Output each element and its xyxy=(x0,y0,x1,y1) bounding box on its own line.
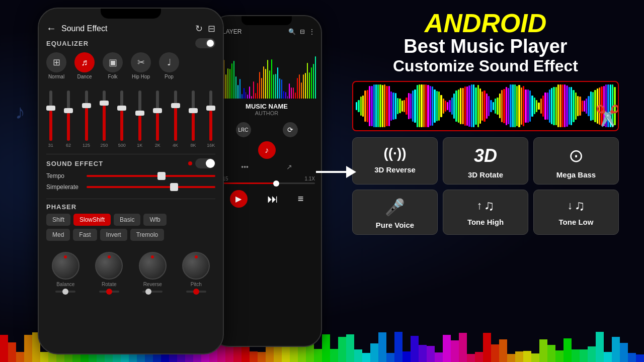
music-name: MUSIC NAME xyxy=(216,103,317,110)
phaser-med[interactable]: Med xyxy=(46,229,70,241)
eq-track-500[interactable] xyxy=(120,90,123,141)
sound-effect-toggle[interactable] xyxy=(195,158,215,168)
favorite-btn[interactable]: ♪ xyxy=(258,141,276,159)
tempo-track[interactable] xyxy=(87,175,215,177)
phaser-basic[interactable]: Basic xyxy=(114,214,140,226)
rotate-knob[interactable] xyxy=(95,252,123,280)
phone2-notch xyxy=(242,16,292,25)
eq-track-1K[interactable] xyxy=(138,90,141,141)
eq-track-62[interactable] xyxy=(67,90,70,141)
save-icon[interactable]: ⊟ xyxy=(208,23,215,34)
sound-effect-section: SOUND EFFECT Tempo Simpelerate xyxy=(39,156,223,197)
eq-thumb-2K[interactable] xyxy=(153,108,162,113)
eq-track-8K[interactable] xyxy=(192,90,195,141)
eq-thumb-125[interactable] xyxy=(82,103,91,108)
eq-fill-1K xyxy=(138,116,141,141)
eq-track-4K[interactable] xyxy=(174,90,177,141)
more-icon[interactable]: ⋮ xyxy=(309,28,315,35)
player-controls: ▶ ⏭ ≡ xyxy=(212,186,321,212)
eq-bars-visual xyxy=(212,38,321,99)
play-btn[interactable]: ▶ xyxy=(230,190,248,208)
preset-folk[interactable]: ▣ Folk xyxy=(100,52,125,79)
waveform-bars xyxy=(356,83,615,129)
eq-track-16K[interactable] xyxy=(209,90,212,141)
preset-dance[interactable]: ♬ Dance xyxy=(72,52,97,79)
preset-folk-icon: ▣ xyxy=(103,52,123,72)
pitch-knob[interactable] xyxy=(182,252,210,280)
eq-thumb-31[interactable] xyxy=(46,106,55,111)
tone-low-label: Tone Low xyxy=(559,218,594,226)
phaser-fast[interactable]: Fast xyxy=(73,229,97,241)
eq-fill-4K xyxy=(174,108,177,141)
lrc-btn[interactable]: LRC xyxy=(236,122,251,137)
phaser-row2: Med Fast Invert Tremolo xyxy=(46,229,215,241)
eq-thumb-8K[interactable] xyxy=(189,108,198,113)
preset-pop-label: Pop xyxy=(165,74,174,79)
balance-sub-slider[interactable] xyxy=(55,291,75,293)
reverse-label: Reverse xyxy=(143,282,162,287)
phone2-player: PLAYER 🔍 ⊟ ⋮ MUSIC NAME AUTHOR LRC ⟳ ♪ •… xyxy=(211,15,322,347)
share-btn[interactable]: ⟳ xyxy=(283,122,298,137)
equalizer-toggle[interactable] xyxy=(195,38,215,48)
eq-thumb-1K[interactable] xyxy=(135,111,144,116)
eq-thumb-4K[interactable] xyxy=(171,103,180,108)
action-row: ••• ↗ xyxy=(212,161,321,173)
rotate-sub-slider[interactable] xyxy=(99,291,119,293)
phaser-tremolo[interactable]: Tremolo xyxy=(130,229,165,241)
reverse-knob[interactable] xyxy=(139,252,167,280)
waveform-container: ✂️ xyxy=(352,81,619,131)
phaser-slowshift[interactable]: SlowShift xyxy=(73,214,111,226)
eq-track-2K[interactable] xyxy=(156,90,159,141)
pitch-sub-thumb xyxy=(193,289,199,295)
preset-pop-icon: ♩ xyxy=(159,52,179,72)
playlist-icon[interactable]: ⊟ xyxy=(300,28,305,35)
freq-label-500: 500 xyxy=(118,143,126,148)
preset-pop[interactable]: ♩ Pop xyxy=(156,52,182,79)
effect-tone-high[interactable]: ↑ ♫ Tone High xyxy=(443,190,528,235)
eq-track-250[interactable] xyxy=(103,90,106,141)
progress-thumb[interactable] xyxy=(273,180,279,187)
eq-track-31[interactable] xyxy=(49,90,52,141)
playlist-btn[interactable]: ≡ xyxy=(298,193,304,205)
effect-3d-rotate[interactable]: 3D 3D Rotate xyxy=(443,137,528,185)
phaser-section: PHASER Shift SlowShift Basic Wfb Med Fas… xyxy=(39,201,223,246)
effect-3d-reverse[interactable]: ((·)) 3D Reverse xyxy=(352,137,438,185)
back-arrow-icon[interactable]: ← xyxy=(46,23,56,34)
simpelerate-thumb[interactable] xyxy=(170,183,178,191)
effect-pure-voice[interactable]: 🎤 Pure Voice xyxy=(352,190,438,235)
next-btn[interactable]: ⏭ xyxy=(267,193,278,206)
refresh-icon[interactable]: ↻ xyxy=(195,23,203,34)
tempo-thumb[interactable] xyxy=(157,172,166,180)
phone1-title: Sound Effect xyxy=(61,24,107,33)
progress-track[interactable] xyxy=(218,183,315,184)
tone-high-note-icon: ♫ xyxy=(484,198,495,214)
effect-mega-bass[interactable]: ⊙ Mega Bass xyxy=(533,137,619,185)
eq-thumb-16K[interactable] xyxy=(206,106,215,111)
reverse-sub-slider[interactable] xyxy=(142,291,163,293)
toggle-knob xyxy=(206,39,215,48)
eq-fill-500 xyxy=(120,111,123,141)
simpelerate-track[interactable] xyxy=(87,186,215,188)
tone-low-icon-group: ↓ ♫ xyxy=(568,198,585,214)
balance-dot xyxy=(64,255,67,258)
effect-tone-low[interactable]: ↓ ♫ Tone Low xyxy=(533,190,619,235)
dots-btn[interactable]: ••• xyxy=(241,163,249,171)
preset-hiphop[interactable]: ✂ Hip Hop xyxy=(128,52,153,79)
eq-thumb-250[interactable] xyxy=(100,101,109,106)
phaser-wfb[interactable]: Wfb xyxy=(143,214,166,226)
eq-track-125[interactable] xyxy=(85,90,88,141)
external-btn[interactable]: ↗ xyxy=(286,163,292,171)
simpelerate-label: Simpelerate xyxy=(46,184,87,191)
phone1-notch xyxy=(101,9,161,19)
tone-high-arrow-icon: ↑ xyxy=(477,199,482,212)
eq-thumb-62[interactable] xyxy=(64,108,73,113)
tempo-label: Tempo xyxy=(46,172,87,179)
balance-knob[interactable] xyxy=(52,252,79,280)
rotate-label: Rotate xyxy=(102,282,116,287)
phaser-invert[interactable]: Invert xyxy=(100,229,127,241)
eq-thumb-500[interactable] xyxy=(117,106,126,111)
preset-normal[interactable]: ⊞ Normal xyxy=(44,52,69,79)
phaser-shift[interactable]: Shift xyxy=(46,214,70,226)
search-icon[interactable]: 🔍 xyxy=(288,28,296,35)
pitch-sub-slider[interactable] xyxy=(186,291,206,293)
